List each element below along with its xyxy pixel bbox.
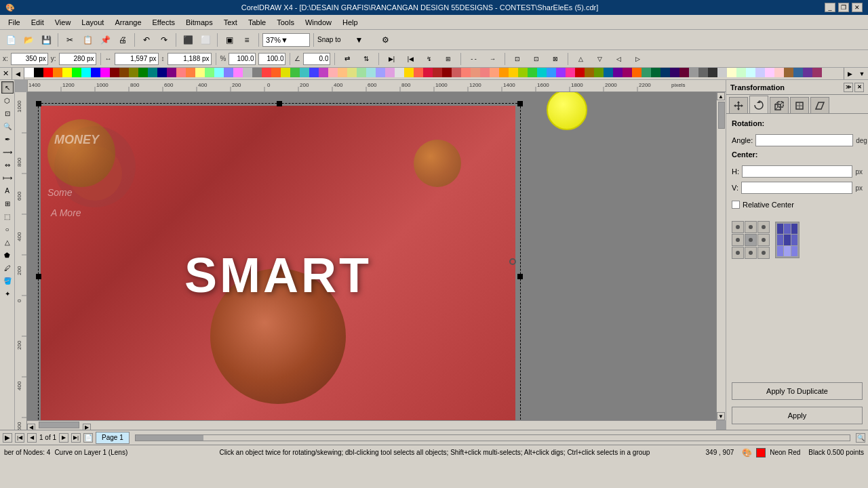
zoom-input[interactable]: 37% ▼ [262,33,310,47]
color-swatch[interactable] [281,68,290,77]
eyedropper-tool[interactable]: 🖊 [1,262,14,274]
color-swatch[interactable] [793,68,803,77]
color-swatch[interactable] [537,68,547,77]
color-swatch[interactable] [765,68,774,77]
h-value-input[interactable] [742,165,852,178]
color-swatch[interactable] [651,68,660,77]
view-zoom-btn[interactable]: 🔍 [856,433,865,443]
color-swatch[interactable] [623,68,632,77]
color-swatch[interactable] [347,68,357,77]
color-swatch[interactable] [717,68,727,77]
outline-button[interactable]: ⬜ [197,32,214,48]
handle-top-right[interactable] [517,101,523,106]
tab-position[interactable] [729,97,748,113]
menu-file[interactable]: File [3,17,26,28]
color-swatch[interactable] [366,68,376,77]
canvas-area[interactable]: 1400 1200 1000 800 600 400 200 0 200 400 [15,80,726,430]
color-swatch[interactable] [528,68,537,77]
page-tab-1[interactable]: Page 1 [96,432,130,444]
color-swatch[interactable] [53,68,62,77]
color-swatch[interactable] [252,68,262,77]
outline-style-btn[interactable]: - - [465,51,481,67]
pattern-button[interactable] [775,222,800,258]
page-prev-btn[interactable]: ◀ [27,433,37,443]
v-value-input[interactable] [741,182,852,194]
color-swatch[interactable] [43,68,53,77]
paste-button[interactable]: 📌 [97,32,113,48]
menu-help[interactable]: Help [337,17,363,28]
page-doc-btn[interactable]: 📄 [83,433,93,443]
color-swatch[interactable] [224,68,233,77]
minimize-button[interactable]: _ [825,3,835,12]
align-left-btn[interactable]: ⊡ [509,51,526,67]
color-swatch[interactable] [784,68,793,77]
mirror-v-button[interactable]: ⇅ [358,51,374,67]
color-swatch[interactable] [433,68,442,77]
pos-ml[interactable] [732,234,744,246]
dimension-tool[interactable]: ⇔ [1,159,14,171]
color-swatch[interactable] [642,68,651,77]
menu-table[interactable]: Table [243,17,271,28]
menu-view[interactable]: View [50,17,77,28]
color-swatch[interactable] [34,68,43,77]
menu-window[interactable]: Window [300,17,337,28]
redo-button[interactable]: ↷ [156,32,172,48]
color-swatch[interactable] [300,68,309,77]
color-swatch[interactable] [736,68,746,77]
color-swatch[interactable] [119,68,129,77]
page-play-btn[interactable]: ▶ [3,433,12,443]
color-swatch[interactable] [670,68,679,77]
print-button[interactable]: 🖨 [115,32,131,48]
color-swatch[interactable] [556,68,566,77]
connector-tool[interactable]: ⟼ [1,171,14,184]
color-swatch[interactable] [594,68,604,77]
copy-button[interactable]: 📋 [79,32,96,48]
menu-tools[interactable]: Tools [271,17,300,28]
menu-bitmaps[interactable]: Bitmaps [180,17,218,28]
page-first-btn[interactable]: |◀ [15,433,24,443]
color-swatch[interactable] [328,68,338,77]
color-swatch[interactable] [357,68,366,77]
color-swatch[interactable] [319,68,328,77]
polygon-tool[interactable]: △ [1,236,14,248]
color-swatch[interactable] [812,68,822,77]
color-swatch[interactable] [613,68,623,77]
prop-extra-4[interactable]: ⊞ [440,51,456,67]
color-swatch[interactable] [81,68,91,77]
pos-mc[interactable] [745,234,757,246]
hscroll-thumb[interactable] [39,422,79,428]
pos-tc[interactable] [745,221,757,233]
menu-edit[interactable]: Edit [26,17,50,28]
color-swatch[interactable] [100,68,110,77]
color-swatch[interactable] [547,68,556,77]
handle-middle-right[interactable] [517,274,523,279]
page-hscroll-thumb[interactable] [136,435,203,441]
crop-tool[interactable]: ⊡ [1,107,14,119]
color-swatch[interactable] [452,68,461,77]
basic-shapes-tool[interactable]: ⬟ [1,249,14,261]
color-swatch[interactable] [490,68,499,77]
width-input[interactable] [115,53,159,65]
restore-button[interactable]: ❐ [838,3,849,12]
color-swatch[interactable] [746,68,755,77]
color-swatch[interactable] [803,68,812,77]
color-swatch[interactable] [774,68,784,77]
color-swatch[interactable] [62,68,72,77]
shape-tool[interactable]: ⬡ [1,94,14,106]
color-swatch[interactable] [585,68,594,77]
color-palette-options[interactable]: ▼ [856,68,868,80]
color-swatch[interactable] [679,68,689,77]
undo-button[interactable]: ↶ [138,32,155,48]
apply-button[interactable]: Apply [732,407,863,424]
color-swatch[interactable] [604,68,613,77]
pos-tr[interactable] [757,221,770,233]
cut-button[interactable]: ✂ [62,32,78,48]
color-swatch[interactable] [442,68,452,77]
horizontal-scrollbar[interactable]: ◀ ▶ [27,420,716,430]
color-swatch[interactable] [72,68,81,77]
color-swatch[interactable] [91,68,100,77]
color-swatch[interactable] [385,68,395,77]
color-swatch[interactable] [499,68,509,77]
color-swatch[interactable] [167,68,176,77]
distribute-btn[interactable]: ⊠ [547,51,564,67]
